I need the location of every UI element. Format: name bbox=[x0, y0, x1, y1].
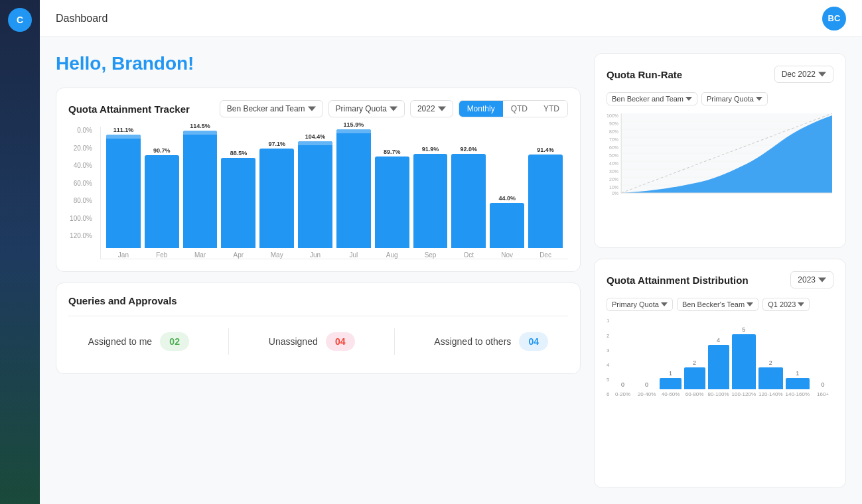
svg-text:40%: 40% bbox=[609, 161, 618, 166]
bar-x-label: Aug bbox=[386, 251, 398, 259]
dist-bar-value: 2 bbox=[693, 359, 696, 366]
bar-group-apr: 88.5% Apr bbox=[221, 150, 255, 259]
quota-tracker-card: Quota Attainment Tracker Ben Becker and … bbox=[56, 88, 581, 272]
svg-text:60%: 60% bbox=[609, 145, 618, 150]
run-rate-team-dropdown[interactable]: Ben Becker and Team bbox=[607, 92, 697, 105]
unassigned-badge: 04 bbox=[326, 332, 355, 351]
bar-x-label: Apr bbox=[234, 251, 244, 259]
unassigned-item: Unassigned 04 bbox=[269, 332, 355, 351]
quota-tracker-header: Quota Attainment Tracker Ben Becker and … bbox=[68, 100, 568, 117]
bar-fill bbox=[183, 131, 218, 248]
tab-monthly[interactable]: Monthly bbox=[459, 101, 503, 117]
assigned-others-badge: 04 bbox=[519, 332, 548, 351]
divider-2 bbox=[394, 328, 395, 355]
quota-type-dropdown[interactable]: Primary Quota bbox=[328, 100, 405, 117]
bar-x-label: Dec bbox=[539, 251, 551, 259]
bar-value-label: 114.5% bbox=[190, 123, 210, 129]
dist-bar-group: 0 160+ bbox=[812, 381, 833, 397]
page-title: Dashboard bbox=[56, 13, 108, 25]
bar-group-jan: 111.1% Jan bbox=[106, 127, 141, 259]
dist-quota-dropdown[interactable]: Primary Quota bbox=[607, 298, 673, 311]
dist-team-dropdown[interactable]: Ben Becker's Team bbox=[677, 298, 758, 311]
run-rate-header: Quota Run-Rate Dec 2022 bbox=[607, 66, 833, 83]
queries-header: Queries and Approvals bbox=[68, 295, 568, 306]
dist-bar-value: 4 bbox=[717, 337, 720, 344]
bar-wrapper: 97.1% bbox=[259, 141, 294, 248]
bar-wrapper: 114.5% bbox=[183, 123, 218, 248]
team-filter-dropdown[interactable]: Ben Becker and Team bbox=[220, 100, 323, 117]
assigned-others-item: Assigned to others 04 bbox=[434, 332, 548, 351]
run-rate-title: Quota Run-Rate bbox=[607, 69, 769, 80]
bar-x-label: Jan bbox=[118, 251, 129, 259]
user-avatar[interactable]: BC bbox=[822, 7, 846, 31]
bar-group-nov: 44.0% Nov bbox=[490, 195, 524, 259]
bar-fill bbox=[336, 129, 371, 248]
bar-group-jun: 104.4% Jun bbox=[298, 133, 332, 259]
dist-bar-group: 1 40-60% bbox=[660, 370, 681, 397]
bar-x-label: Nov bbox=[501, 251, 513, 259]
bar-group-aug: 89.7% Aug bbox=[375, 149, 409, 259]
dist-x-label: 40-60% bbox=[662, 391, 680, 397]
bar-group-sep: 91.9% Sep bbox=[413, 146, 448, 259]
dist-x-label: 0-20% bbox=[615, 391, 630, 397]
dist-x-label: 20-40% bbox=[638, 391, 656, 397]
period-tab-group: Monthly QTD YTD bbox=[459, 100, 568, 117]
svg-text:0%: 0% bbox=[612, 191, 618, 196]
bar-fill bbox=[145, 155, 179, 248]
chart-area: 111.1% Jan 90.7% Feb 114.5% Mar 88.5% bbox=[100, 127, 568, 259]
dist-bars-row: 0 0-20% 0 20-40% 1 40-60% 2 60-80% 4 80-… bbox=[612, 318, 833, 397]
dist-chart-area: 0 0-20% 0 20-40% 1 40-60% 2 60-80% 4 80-… bbox=[612, 318, 833, 397]
bar-wrapper: 91.4% bbox=[528, 147, 563, 248]
bar-value-label: 44.0% bbox=[498, 195, 516, 202]
bar-group-jul: 115.9% Jul bbox=[336, 121, 371, 259]
bar-value-label: 90.7% bbox=[153, 147, 171, 154]
distribution-card: Quota Attainment Distribution 2023 Prima… bbox=[594, 259, 846, 488]
bar-wrapper: 44.0% bbox=[490, 195, 524, 248]
header: Dashboard BC bbox=[40, 0, 862, 37]
dist-year-dropdown[interactable]: 2023 bbox=[790, 271, 833, 288]
bar-fill bbox=[451, 154, 486, 248]
assigned-me-item: Assigned to me 02 bbox=[88, 332, 190, 351]
dist-y-axis: 6 5 4 3 2 1 bbox=[607, 318, 609, 397]
assigned-me-badge: 02 bbox=[160, 332, 189, 351]
svg-text:20%: 20% bbox=[609, 177, 618, 182]
dist-bar-group: 0 0-20% bbox=[612, 381, 633, 397]
run-rate-date-dropdown[interactable]: Dec 2022 bbox=[774, 66, 833, 83]
bar-value-label: 91.4% bbox=[537, 147, 554, 153]
main-content: Dashboard BC Hello, Brandon! Quota Attai… bbox=[40, 0, 862, 504]
bar-fill bbox=[221, 158, 255, 248]
dist-bar-group: 1 140-160% bbox=[786, 370, 810, 397]
svg-text:90%: 90% bbox=[609, 121, 618, 126]
dist-bar-fill bbox=[758, 367, 782, 389]
run-rate-quota-dropdown[interactable]: Primary Quota bbox=[701, 92, 768, 105]
bar-fill bbox=[490, 203, 524, 248]
tab-ytd[interactable]: YTD bbox=[536, 101, 567, 117]
dist-bar-fill bbox=[708, 345, 729, 389]
bar-value-label: 111.1% bbox=[113, 127, 134, 133]
dist-title: Quota Attainment Distribution bbox=[607, 275, 785, 286]
bar-wrapper: 90.7% bbox=[145, 147, 179, 248]
tab-qtd[interactable]: QTD bbox=[503, 101, 536, 117]
bar-wrapper: 88.5% bbox=[221, 150, 255, 248]
bar-value-label: 92.0% bbox=[461, 146, 478, 153]
dist-x-label: 140-160% bbox=[786, 391, 810, 397]
dist-x-label: 80-100% bbox=[708, 391, 729, 397]
bar-value-label: 104.4% bbox=[305, 133, 326, 140]
svg-text:70%: 70% bbox=[609, 137, 618, 142]
app-logo[interactable]: C bbox=[8, 8, 32, 32]
quota-tracker-title: Quota Attainment Tracker bbox=[68, 103, 214, 115]
dist-bar-value: 2 bbox=[769, 359, 772, 366]
dist-period-dropdown[interactable]: Q1 2023 bbox=[762, 298, 810, 311]
bar-fill bbox=[298, 141, 332, 248]
year-filter-dropdown[interactable]: 2022 bbox=[410, 100, 453, 117]
greeting-text: Hello, Brandon! bbox=[56, 53, 581, 77]
dist-bar-value: 0 bbox=[621, 381, 624, 388]
svg-text:50%: 50% bbox=[609, 153, 618, 158]
bars-row: 111.1% Jan 90.7% Feb 114.5% Mar 88.5% bbox=[100, 127, 568, 259]
dist-bar-fill bbox=[732, 334, 756, 389]
dist-bar-fill bbox=[786, 378, 810, 389]
dist-chart-wrapper: 6 5 4 3 2 1 0 0-20% 0 20-40% 1 4 bbox=[607, 318, 833, 397]
dist-x-label: 120-140% bbox=[758, 391, 782, 397]
svg-text:80%: 80% bbox=[609, 129, 618, 134]
bar-fill bbox=[375, 157, 409, 248]
